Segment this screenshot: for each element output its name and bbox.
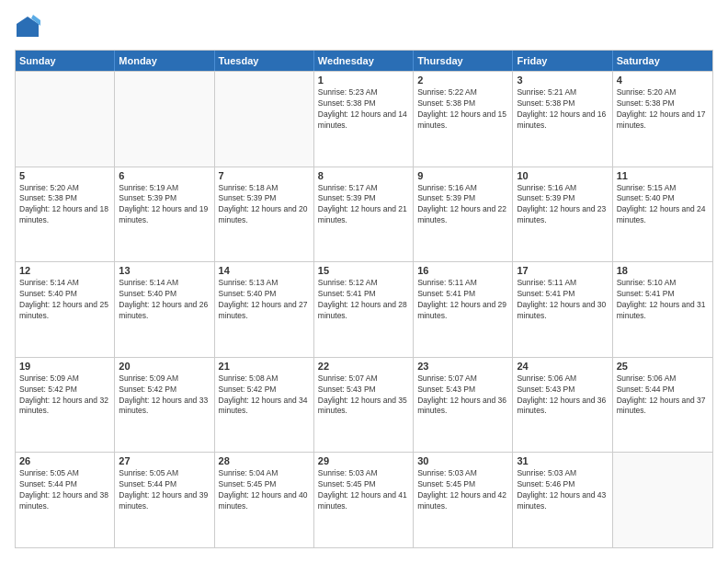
calendar-cell: 6Sunrise: 5:19 AM Sunset: 5:39 PM Daylig… xyxy=(115,167,214,262)
day-info: Sunrise: 5:15 AM Sunset: 5:40 PM Dayligh… xyxy=(617,183,709,227)
calendar-cell: 3Sunrise: 5:21 AM Sunset: 5:38 PM Daylig… xyxy=(513,72,612,167)
calendar-cell: 28Sunrise: 5:04 AM Sunset: 5:45 PM Dayli… xyxy=(215,453,314,547)
day-number: 4 xyxy=(617,75,709,86)
calendar-cell: 14Sunrise: 5:13 AM Sunset: 5:40 PM Dayli… xyxy=(215,262,314,357)
day-number: 11 xyxy=(617,170,709,181)
calendar-cell: 15Sunrise: 5:12 AM Sunset: 5:41 PM Dayli… xyxy=(314,262,414,357)
day-info: Sunrise: 5:17 AM Sunset: 5:39 PM Dayligh… xyxy=(318,183,409,227)
logo-icon xyxy=(15,15,40,40)
day-number: 5 xyxy=(19,170,110,181)
day-info: Sunrise: 5:09 AM Sunset: 5:42 PM Dayligh… xyxy=(119,373,210,418)
day-number: 14 xyxy=(219,265,310,276)
calendar-cell: 30Sunrise: 5:03 AM Sunset: 5:45 PM Dayli… xyxy=(414,453,513,547)
day-info: Sunrise: 5:11 AM Sunset: 5:41 PM Dayligh… xyxy=(517,278,608,322)
calendar-body: 1Sunrise: 5:23 AM Sunset: 5:38 PM Daylig… xyxy=(16,71,712,547)
day-info: Sunrise: 5:22 AM Sunset: 5:38 PM Dayligh… xyxy=(417,87,508,132)
day-info: Sunrise: 5:11 AM Sunset: 5:41 PM Dayligh… xyxy=(417,278,508,322)
day-number: 30 xyxy=(417,455,508,466)
weekday-header: Sunday xyxy=(16,51,115,71)
weekday-header: Wednesday xyxy=(314,51,414,71)
calendar-row: 26Sunrise: 5:05 AM Sunset: 5:44 PM Dayli… xyxy=(16,452,712,547)
day-number: 21 xyxy=(219,361,310,372)
day-number: 15 xyxy=(318,265,409,276)
day-number: 8 xyxy=(318,170,409,181)
day-info: Sunrise: 5:18 AM Sunset: 5:39 PM Dayligh… xyxy=(219,183,310,227)
calendar-cell: 10Sunrise: 5:16 AM Sunset: 5:39 PM Dayli… xyxy=(513,167,612,262)
day-number: 23 xyxy=(417,361,508,372)
calendar-cell: 31Sunrise: 5:03 AM Sunset: 5:46 PM Dayli… xyxy=(513,453,612,547)
day-info: Sunrise: 5:03 AM Sunset: 5:45 PM Dayligh… xyxy=(318,468,409,512)
calendar-cell: 1Sunrise: 5:23 AM Sunset: 5:38 PM Daylig… xyxy=(314,72,414,167)
day-number: 28 xyxy=(219,455,310,466)
day-info: Sunrise: 5:05 AM Sunset: 5:44 PM Dayligh… xyxy=(19,468,110,512)
day-info: Sunrise: 5:14 AM Sunset: 5:40 PM Dayligh… xyxy=(19,278,110,322)
weekday-header: Monday xyxy=(115,51,214,71)
day-number: 29 xyxy=(318,455,409,466)
calendar-cell: 27Sunrise: 5:05 AM Sunset: 5:44 PM Dayli… xyxy=(115,453,214,547)
calendar-row: 1Sunrise: 5:23 AM Sunset: 5:38 PM Daylig… xyxy=(16,71,712,167)
calendar-cell: 8Sunrise: 5:17 AM Sunset: 5:39 PM Daylig… xyxy=(314,167,414,262)
calendar-cell xyxy=(215,72,314,167)
calendar-cell: 11Sunrise: 5:15 AM Sunset: 5:40 PM Dayli… xyxy=(613,167,712,262)
day-number: 27 xyxy=(119,455,210,466)
calendar-cell: 29Sunrise: 5:03 AM Sunset: 5:45 PM Dayli… xyxy=(314,453,414,547)
day-number: 22 xyxy=(318,361,409,372)
day-number: 12 xyxy=(19,265,110,276)
calendar-cell: 5Sunrise: 5:20 AM Sunset: 5:38 PM Daylig… xyxy=(16,167,115,262)
day-info: Sunrise: 5:05 AM Sunset: 5:44 PM Dayligh… xyxy=(119,468,210,512)
day-info: Sunrise: 5:07 AM Sunset: 5:43 PM Dayligh… xyxy=(318,373,409,418)
day-number: 19 xyxy=(19,361,110,372)
day-number: 24 xyxy=(517,361,608,372)
calendar-cell: 22Sunrise: 5:07 AM Sunset: 5:43 PM Dayli… xyxy=(314,358,414,453)
day-number: 17 xyxy=(517,265,608,276)
calendar-cell: 20Sunrise: 5:09 AM Sunset: 5:42 PM Dayli… xyxy=(115,358,214,453)
calendar-cell: 17Sunrise: 5:11 AM Sunset: 5:41 PM Dayli… xyxy=(513,262,612,357)
day-number: 7 xyxy=(219,170,310,181)
calendar-row: 19Sunrise: 5:09 AM Sunset: 5:42 PM Dayli… xyxy=(16,357,712,453)
calendar-cell: 7Sunrise: 5:18 AM Sunset: 5:39 PM Daylig… xyxy=(215,167,314,262)
calendar-row: 5Sunrise: 5:20 AM Sunset: 5:38 PM Daylig… xyxy=(16,167,712,262)
calendar-cell: 16Sunrise: 5:11 AM Sunset: 5:41 PM Dayli… xyxy=(414,262,513,357)
day-info: Sunrise: 5:21 AM Sunset: 5:38 PM Dayligh… xyxy=(517,87,608,132)
day-info: Sunrise: 5:10 AM Sunset: 5:41 PM Dayligh… xyxy=(617,278,709,322)
day-info: Sunrise: 5:07 AM Sunset: 5:43 PM Dayligh… xyxy=(417,373,508,418)
calendar-cell xyxy=(115,72,214,167)
calendar-cell: 4Sunrise: 5:20 AM Sunset: 5:38 PM Daylig… xyxy=(613,72,712,167)
day-number: 25 xyxy=(617,361,709,372)
weekday-header: Tuesday xyxy=(215,51,314,71)
day-info: Sunrise: 5:20 AM Sunset: 5:38 PM Dayligh… xyxy=(19,183,110,227)
day-info: Sunrise: 5:23 AM Sunset: 5:38 PM Dayligh… xyxy=(318,87,409,132)
weekday-header: Saturday xyxy=(613,51,712,71)
day-number: 3 xyxy=(517,75,608,86)
header xyxy=(15,15,713,40)
day-number: 26 xyxy=(19,455,110,466)
calendar-cell: 26Sunrise: 5:05 AM Sunset: 5:44 PM Dayli… xyxy=(16,453,115,547)
calendar-cell: 12Sunrise: 5:14 AM Sunset: 5:40 PM Dayli… xyxy=(16,262,115,357)
day-info: Sunrise: 5:03 AM Sunset: 5:45 PM Dayligh… xyxy=(417,468,508,512)
day-info: Sunrise: 5:06 AM Sunset: 5:43 PM Dayligh… xyxy=(517,373,608,418)
day-info: Sunrise: 5:09 AM Sunset: 5:42 PM Dayligh… xyxy=(19,373,110,418)
day-info: Sunrise: 5:14 AM Sunset: 5:40 PM Dayligh… xyxy=(119,278,210,322)
weekday-header: Friday xyxy=(513,51,612,71)
day-number: 2 xyxy=(417,75,508,86)
day-number: 9 xyxy=(417,170,508,181)
day-number: 6 xyxy=(119,170,210,181)
day-info: Sunrise: 5:20 AM Sunset: 5:38 PM Dayligh… xyxy=(617,87,709,132)
day-info: Sunrise: 5:04 AM Sunset: 5:45 PM Dayligh… xyxy=(219,468,310,512)
calendar-cell: 23Sunrise: 5:07 AM Sunset: 5:43 PM Dayli… xyxy=(414,358,513,453)
day-info: Sunrise: 5:19 AM Sunset: 5:39 PM Dayligh… xyxy=(119,183,210,227)
day-number: 20 xyxy=(119,361,210,372)
page: SundayMondayTuesdayWednesdayThursdayFrid… xyxy=(0,0,728,563)
calendar-cell: 24Sunrise: 5:06 AM Sunset: 5:43 PM Dayli… xyxy=(513,358,612,453)
calendar-header: SundayMondayTuesdayWednesdayThursdayFrid… xyxy=(16,51,712,71)
day-number: 13 xyxy=(119,265,210,276)
day-info: Sunrise: 5:12 AM Sunset: 5:41 PM Dayligh… xyxy=(318,278,409,322)
calendar-row: 12Sunrise: 5:14 AM Sunset: 5:40 PM Dayli… xyxy=(16,261,712,357)
day-info: Sunrise: 5:16 AM Sunset: 5:39 PM Dayligh… xyxy=(417,183,508,227)
day-info: Sunrise: 5:13 AM Sunset: 5:40 PM Dayligh… xyxy=(219,278,310,322)
day-number: 16 xyxy=(417,265,508,276)
calendar-cell: 13Sunrise: 5:14 AM Sunset: 5:40 PM Dayli… xyxy=(115,262,214,357)
calendar-cell: 9Sunrise: 5:16 AM Sunset: 5:39 PM Daylig… xyxy=(414,167,513,262)
calendar-cell: 25Sunrise: 5:06 AM Sunset: 5:44 PM Dayli… xyxy=(613,358,712,453)
day-info: Sunrise: 5:16 AM Sunset: 5:39 PM Dayligh… xyxy=(517,183,608,227)
